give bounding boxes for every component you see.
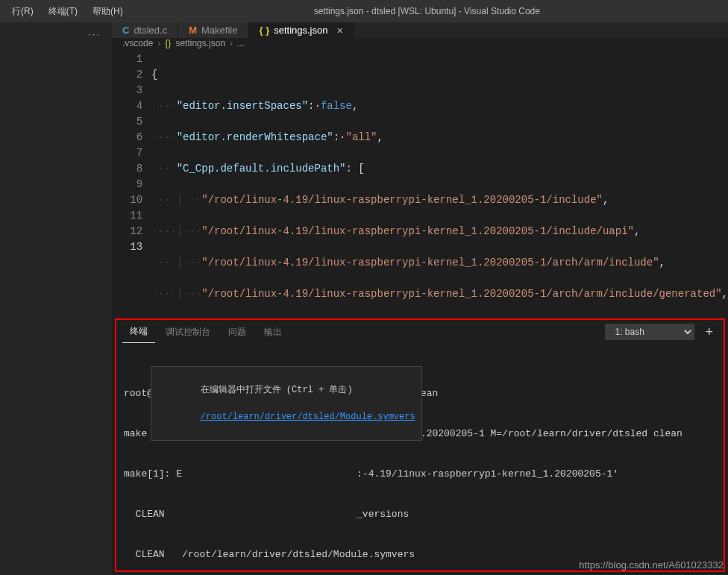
editor-group: C dtsled.c M Makefile { } settings.json … bbox=[112, 22, 728, 575]
terminal-line: CLEAN _versions bbox=[124, 508, 716, 521]
breadcrumb[interactable]: .vscode › {} settings.json › ... bbox=[112, 38, 728, 48]
json-file-icon: { } bbox=[259, 25, 269, 36]
tab-label: settings.json bbox=[274, 25, 327, 36]
code-content[interactable]: { ····"editor.insertSpaces":·false, ····… bbox=[151, 48, 728, 315]
side-bar: ··· bbox=[0, 22, 112, 575]
tab-label: dtsled.c bbox=[134, 25, 167, 36]
link-tooltip: 在编辑器中打开文件 (Ctrl + 单击) /root/learn/driver… bbox=[151, 366, 422, 441]
menu-bar: 行(R) 终端(T) 帮助(H) settings.json - dtsled … bbox=[0, 0, 728, 22]
terminal-selector[interactable]: 1: bash bbox=[605, 324, 694, 340]
overflow-icon[interactable]: ··· bbox=[88, 28, 101, 40]
breadcrumb-part[interactable]: .vscode bbox=[122, 38, 153, 48]
tab-makefile[interactable]: M Makefile bbox=[178, 22, 248, 38]
chevron-right-icon: › bbox=[157, 38, 160, 48]
panel-tab-problems[interactable]: 问题 bbox=[221, 321, 254, 343]
panel-tabs: 终端 调试控制台 问题 输出 1: bash + bbox=[116, 320, 724, 344]
panel-tab-debug[interactable]: 调试控制台 bbox=[158, 321, 218, 343]
json-file-icon: {} bbox=[165, 38, 171, 48]
breadcrumb-part[interactable]: ... bbox=[237, 38, 245, 48]
tooltip-link[interactable]: /root/learn/driver/dtsled/Module.symvers bbox=[201, 412, 415, 422]
new-terminal-button[interactable]: + bbox=[700, 324, 718, 340]
panel-tab-output[interactable]: 输出 bbox=[257, 321, 289, 343]
menu-help[interactable]: 帮助(H) bbox=[87, 2, 129, 21]
panel-terminal: 终端 调试控制台 问题 输出 1: bash + 在编辑器中打开文件 (Ctrl… bbox=[115, 318, 725, 572]
editor-tabs: C dtsled.c M Makefile { } settings.json … bbox=[112, 22, 728, 38]
window-title: settings.json - dtsled [WSL: Ubuntu] - V… bbox=[132, 6, 722, 16]
watermark: https://blog.csdn.net/A601023332 bbox=[579, 559, 724, 571]
close-icon[interactable]: × bbox=[336, 25, 342, 37]
tab-label: Makefile bbox=[201, 25, 237, 36]
tab-dtsled-c[interactable]: C dtsled.c bbox=[112, 22, 178, 38]
menu-terminal[interactable]: 终端(T) bbox=[43, 2, 84, 21]
menu-run[interactable]: 行(R) bbox=[6, 2, 40, 21]
terminal-output[interactable]: 在编辑器中打开文件 (Ctrl + 单击) /root/learn/driver… bbox=[116, 344, 724, 571]
code-editor[interactable]: 1 2 3 4 5 6 7 8 9 10 11 12 13 { ····"edi… bbox=[112, 48, 728, 315]
panel-tab-terminal[interactable]: 终端 bbox=[122, 321, 155, 343]
chevron-right-icon: › bbox=[230, 38, 233, 48]
tab-settings-json[interactable]: { } settings.json × bbox=[248, 22, 354, 38]
line-gutter: 1 2 3 4 5 6 7 8 9 10 11 12 13 bbox=[112, 48, 151, 315]
c-file-icon: C bbox=[122, 25, 129, 36]
breadcrumb-part[interactable]: settings.json bbox=[175, 38, 225, 48]
makefile-icon: M bbox=[189, 25, 197, 36]
terminal-line: make[1]: E :-4.19/linux-raspberrypi-kern… bbox=[124, 468, 716, 481]
